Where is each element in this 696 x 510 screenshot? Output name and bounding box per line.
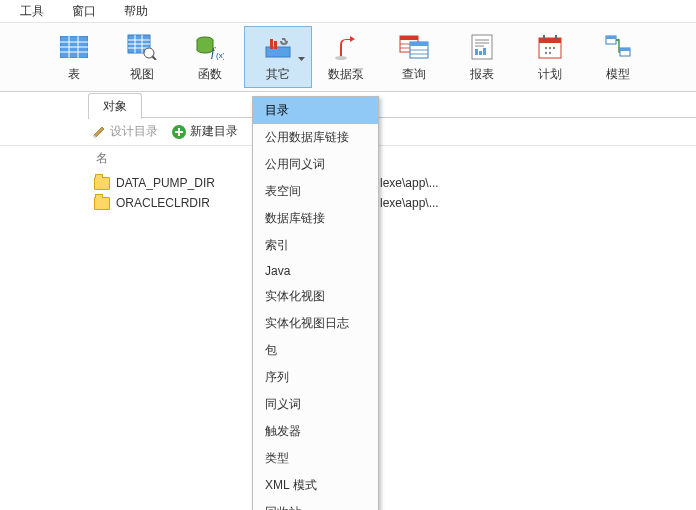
ribbon-label: 报表 [470,66,494,83]
svg-point-44 [545,51,547,53]
ribbon-function[interactable]: f(x) 函数 [176,26,244,88]
plus-icon [172,125,186,139]
report-icon [467,32,497,62]
ribbon-schedule[interactable]: 计划 [516,26,584,88]
row-path: lexe\app\... [380,196,439,210]
dropdown-item-synonym[interactable]: 同义词 [253,391,378,418]
new-directory-button[interactable]: 新建目录 [172,123,238,140]
ribbon-report[interactable]: 报表 [448,26,516,88]
dropdown-item-xml-schema[interactable]: XML 模式 [253,472,378,499]
toolbar-label: 新建目录 [190,123,238,140]
dropdown-item-public-synonym[interactable]: 公用同义词 [253,151,378,178]
pump-icon [331,32,361,62]
folder-icon [94,177,110,190]
dropdown-item-java[interactable]: Java [253,259,378,283]
other-icon [263,32,293,62]
model-icon [603,32,633,62]
menu-window[interactable]: 窗口 [58,1,110,22]
svg-text:(x): (x) [216,51,224,60]
menu-help[interactable]: 帮助 [110,1,162,22]
ribbon: 表 视图 f(x) 函数 其它 数据泵 查询 报表 [0,22,696,92]
design-directory-button[interactable]: 设计目录 [92,123,158,140]
row-name: ORACLECLRDIR [116,196,210,210]
ribbon-table[interactable]: 表 [40,26,108,88]
ribbon-label: 数据泵 [328,66,364,83]
ribbon-label: 模型 [606,66,630,83]
svg-rect-27 [410,42,428,46]
svg-line-13 [152,56,156,60]
svg-rect-36 [483,48,486,55]
dropdown-item-recycle-bin[interactable]: 回收站 [253,499,378,510]
dropdown-item-directory[interactable]: 目录 [253,97,378,124]
svg-point-43 [553,46,555,48]
svg-rect-19 [274,41,277,49]
ribbon-label: 视图 [130,66,154,83]
dropdown-item-index[interactable]: 索引 [253,232,378,259]
ribbon-label: 函数 [198,66,222,83]
dropdown-item-type[interactable]: 类型 [253,445,378,472]
ribbon-query[interactable]: 查询 [380,26,448,88]
svg-rect-34 [475,49,478,55]
ribbon-label: 查询 [402,66,426,83]
table-icon [59,32,89,62]
svg-point-41 [545,46,547,48]
folder-icon [94,197,110,210]
ribbon-label: 表 [68,66,80,83]
ribbon-datapump[interactable]: 数据泵 [312,26,380,88]
ribbon-view[interactable]: 视图 [108,26,176,88]
pencil-icon [92,125,106,139]
svg-rect-49 [620,48,630,51]
svg-rect-39 [543,35,545,40]
other-dropdown: 目录 公用数据库链接 公用同义词 表空间 数据库链接 索引 Java 实体化视图… [252,96,379,510]
svg-point-45 [549,51,551,53]
svg-rect-23 [400,36,418,40]
ribbon-model[interactable]: 模型 [584,26,652,88]
dropdown-item-sequence[interactable]: 序列 [253,364,378,391]
svg-point-21 [335,56,347,60]
chevron-down-icon [298,50,305,64]
svg-rect-35 [479,51,482,55]
svg-rect-30 [472,35,492,59]
ribbon-other[interactable]: 其它 [244,26,312,88]
dropdown-item-mat-view-log[interactable]: 实体化视图日志 [253,310,378,337]
dropdown-item-trigger[interactable]: 触发器 [253,418,378,445]
svg-rect-40 [555,35,557,40]
menu-tools[interactable]: 工具 [6,1,58,22]
svg-point-42 [549,46,551,48]
dropdown-item-public-db-link[interactable]: 公用数据库链接 [253,124,378,151]
dropdown-item-db-link[interactable]: 数据库链接 [253,205,378,232]
toolbar-label: 设计目录 [110,123,158,140]
row-path: lexe\app\... [380,176,439,190]
menubar: 工具 窗口 帮助 [0,0,696,22]
ribbon-label: 计划 [538,66,562,83]
svg-rect-18 [270,39,273,49]
svg-rect-47 [606,36,616,39]
svg-marker-20 [298,57,305,61]
view-icon [127,32,157,62]
svg-rect-17 [266,47,290,57]
ribbon-label: 其它 [266,66,290,83]
query-icon [399,32,429,62]
row-name: DATA_PUMP_DIR [116,176,215,190]
dropdown-item-mat-view[interactable]: 实体化视图 [253,283,378,310]
dropdown-item-tablespace[interactable]: 表空间 [253,178,378,205]
table-row[interactable]: DATA_PUMP_DIR lexe\app\... [92,173,696,193]
column-header-name[interactable]: 名 [92,146,696,173]
svg-rect-38 [539,38,561,43]
calendar-icon [535,32,565,62]
tab-strip [141,117,696,118]
tab-objects[interactable]: 对象 [88,93,142,119]
dropdown-item-package[interactable]: 包 [253,337,378,364]
table-row[interactable]: ORACLECLRDIR lexe\app\... [92,193,696,213]
function-icon: f(x) [195,32,225,62]
